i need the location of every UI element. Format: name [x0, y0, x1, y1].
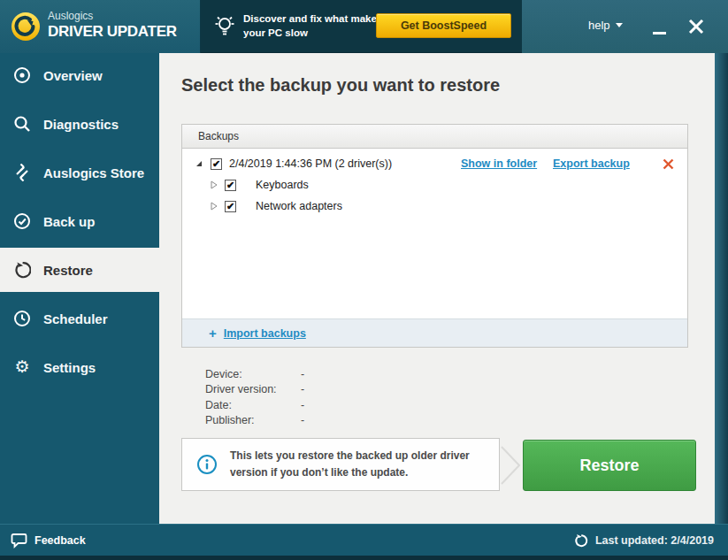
sidebar-item-label: Diagnostics — [43, 117, 119, 132]
child-label: Network adapters — [256, 200, 342, 212]
collapse-arrow-icon[interactable] — [196, 161, 202, 166]
window-bottom-edge — [0, 556, 728, 560]
brand-text: Auslogics DRIVER UPDATER — [48, 10, 177, 41]
window-controls-area: help — [522, 0, 728, 53]
sidebar-item-label: Back up — [43, 214, 95, 229]
feedback-label: Feedback — [34, 534, 86, 547]
sidebar-item-back-up[interactable]: Back up — [0, 199, 159, 243]
sidebar-item-overview[interactable]: Overview — [0, 53, 159, 97]
sidebar-item-scheduler[interactable]: Scheduler — [0, 296, 159, 341]
app-window: Auslogics DRIVER UPDATER Discover and fi… — [0, 0, 728, 560]
detail-label: Publisher: — [205, 414, 301, 426]
minimize-button[interactable] — [653, 32, 666, 35]
gear-icon: ⚙ — [13, 358, 31, 376]
detail-label: Date: — [205, 399, 301, 411]
sidebar-item-restore[interactable]: Restore — [0, 248, 159, 292]
expand-arrow-icon[interactable] — [211, 180, 218, 189]
detail-row: Date: - — [205, 397, 304, 413]
child-checkbox[interactable]: ✔ — [225, 180, 236, 191]
detail-label: Device: — [205, 368, 301, 380]
promo-line1: Discover and fix what makes — [243, 12, 382, 26]
restore-icon — [13, 261, 31, 279]
backups-header: Backups — [182, 125, 687, 149]
plus-icon: + — [209, 326, 217, 341]
sidebar-item-label: Scheduler — [43, 311, 108, 326]
exchange-arrows-icon — [13, 164, 31, 181]
detail-value: - — [301, 399, 304, 411]
brand-product: DRIVER UPDATER — [48, 23, 177, 41]
backup-root-checkbox[interactable]: ✔ — [211, 158, 222, 170]
last-updated: Last updated: 2/4/2019 — [574, 525, 714, 556]
info-icon — [196, 454, 218, 475]
target-icon — [13, 66, 31, 84]
backup-child-row[interactable]: ✔ Network adapters — [211, 196, 342, 216]
brand-area: Auslogics DRIVER UPDATER — [0, 0, 201, 53]
child-label: Keyboards — [256, 179, 309, 191]
help-label: help — [588, 19, 610, 32]
sidebar-item-diagnostics[interactable]: Diagnostics — [0, 102, 159, 146]
sidebar-item-label: Auslogics Store — [43, 165, 144, 180]
lightbulb-icon — [211, 13, 238, 40]
detail-row: Driver version: - — [205, 382, 304, 398]
export-backup-link[interactable]: Export backup — [553, 157, 630, 170]
promo-line2: your PC slow — [243, 26, 382, 40]
info-text: This lets you restore the backed up olde… — [230, 448, 499, 480]
sidebar-item-label: Settings — [43, 360, 96, 375]
backup-child-row[interactable]: ✔ Keyboards — [211, 175, 309, 195]
sidebar-item-settings[interactable]: ⚙ Settings — [0, 345, 159, 389]
promo-text: Discover and fix what makes your PC slow — [243, 12, 382, 40]
search-icon — [13, 115, 31, 133]
chevron-right-icon — [500, 445, 523, 486]
sidebar: Overview Diagnostics Auslogics Store — [0, 53, 159, 524]
expand-arrow-icon[interactable] — [211, 202, 218, 211]
refresh-icon — [574, 533, 588, 548]
backup-root-label: 2/4/2019 1:44:36 PM (2 driver(s)) — [229, 157, 392, 170]
close-button[interactable] — [688, 19, 704, 35]
speech-bubble-icon — [11, 533, 27, 548]
feedback-button[interactable]: Feedback — [11, 525, 86, 556]
brand-company: Auslogics — [48, 10, 177, 22]
auslogics-logo-icon — [11, 12, 41, 42]
backups-panel: Backups ✔ 2/4/2019 1:44:36 PM (2 driver(… — [181, 124, 688, 348]
backups-tree: ✔ 2/4/2019 1:44:36 PM (2 driver(s)) Show… — [182, 149, 687, 318]
top-bar: Auslogics DRIVER UPDATER Discover and fi… — [0, 0, 728, 53]
import-backups-link[interactable]: Import backups — [224, 327, 306, 340]
last-updated-label: Last updated: 2/4/2019 — [595, 534, 714, 547]
page-title: Select the backup you want to restore — [181, 75, 500, 96]
detail-value: - — [301, 368, 304, 380]
backup-root-row[interactable]: ✔ 2/4/2019 1:44:36 PM (2 driver(s)) Show… — [196, 154, 674, 173]
check-circle-icon — [13, 212, 31, 230]
sidebar-item-label: Restore — [43, 263, 93, 278]
delete-backup-icon[interactable] — [663, 158, 674, 170]
chevron-down-icon — [616, 23, 623, 27]
footer-bar: Feedback Last updated: 2/4/2019 — [0, 524, 728, 556]
sidebar-item-label: Overview — [43, 68, 103, 83]
get-boostspeed-button[interactable]: Get BoostSpeed — [376, 13, 511, 38]
help-menu[interactable]: help — [588, 19, 623, 32]
detail-row: Publisher: - — [205, 413, 304, 429]
info-box: This lets you restore the backed up olde… — [181, 438, 500, 491]
backup-details: Device: - Driver version: - Date: - Publ… — [205, 366, 304, 428]
sidebar-item-auslogics-store[interactable]: Auslogics Store — [0, 150, 159, 195]
right-border-strip — [715, 53, 728, 524]
import-backups-row[interactable]: + Import backups — [182, 318, 687, 347]
detail-value: - — [301, 383, 304, 395]
detail-label: Driver version: — [205, 383, 301, 395]
promo-banner: Discover and fix what makes your PC slow… — [201, 0, 522, 53]
clock-icon — [13, 310, 31, 327]
child-checkbox[interactable]: ✔ — [225, 201, 236, 212]
detail-value: - — [301, 414, 304, 426]
show-in-folder-link[interactable]: Show in folder — [461, 157, 537, 170]
restore-button[interactable]: Restore — [523, 440, 696, 491]
detail-row: Device: - — [205, 366, 304, 382]
